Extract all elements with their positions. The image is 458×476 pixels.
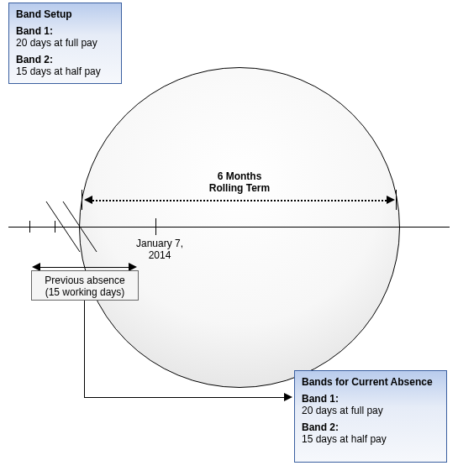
timeline-tick-date	[155, 218, 156, 235]
current-absence-title: Bands for Current Absence	[302, 376, 440, 388]
band2-label: Band 2:	[16, 54, 114, 65]
band-setup-title: Band Setup	[16, 8, 114, 20]
arrow-right-icon	[387, 196, 395, 204]
break-mark-icon	[38, 193, 105, 260]
previous-absence-box: Previous absence (15 working days)	[31, 270, 139, 301]
span-end-bar	[82, 190, 82, 210]
prev-absence-span	[40, 267, 129, 268]
svg-line-0	[46, 201, 80, 252]
current-band2-label: Band 2:	[302, 421, 440, 433]
arrow-left-icon	[84, 196, 92, 204]
svg-line-1	[63, 201, 97, 252]
current-band2-text: 15 days at half pay	[302, 433, 440, 445]
band1-text: 20 days at full pay	[16, 37, 114, 49]
date-label: January 7, 2014	[126, 238, 193, 262]
band1-label: Band 1:	[16, 25, 114, 37]
span-end-bar	[396, 190, 397, 210]
current-absence-box: Bands for Current Absence Band 1: 20 day…	[294, 370, 447, 463]
connector-line	[84, 301, 85, 397]
band-setup-box: Band Setup Band 1: 20 days at full pay B…	[8, 3, 122, 84]
arrow-right-icon	[284, 393, 292, 401]
current-band1-text: 20 days at full pay	[302, 405, 440, 416]
band2-text: 15 days at half pay	[16, 65, 114, 77]
current-band1-label: Band 1:	[302, 393, 440, 405]
connector-line	[84, 397, 284, 398]
term-span-line	[92, 200, 387, 201]
rolling-term-label: 6 Months Rolling Term	[168, 170, 311, 195]
timeline-tick	[29, 221, 30, 233]
rolling-term-circle	[79, 67, 400, 388]
